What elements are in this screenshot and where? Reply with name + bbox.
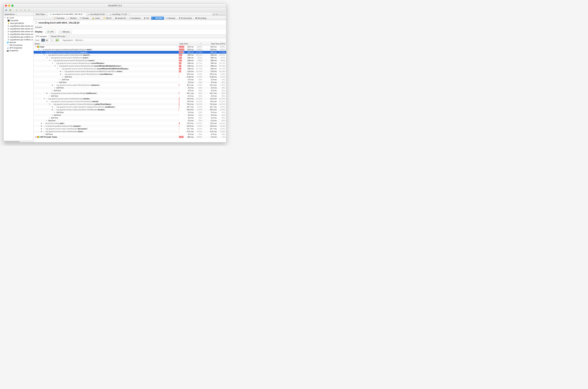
expand-arrow-icon[interactable]: ▼ <box>46 100 48 102</box>
expand-arrow-icon[interactable]: ▼ <box>40 51 42 53</box>
expand-arrow-icon[interactable]: ▶ <box>40 123 42 124</box>
editor-tab[interactable]: 📊recording-8.6.0-with-MAX_VALUE.jfr× <box>48 12 86 16</box>
tree-row[interactable]: ▼main524 ms(100%)524 ms(100%) <box>34 45 226 48</box>
section-socket io[interactable]: 🔌Socket IO <box>113 17 127 20</box>
tree-row[interactable]: ◷Self time0.0 ms(0%)0.0 ms(0%) <box>34 81 226 84</box>
col-total-time-cpu[interactable]: Total Time (CPU) <box>202 42 226 45</box>
tab-maximize[interactable]: ⛶ <box>222 13 226 16</box>
expand-arrow-icon[interactable]: ▶ <box>35 136 37 138</box>
tree-row[interactable]: ▶⟐org.apache.lucene.codecs.blocktree.Seg… <box>34 105 226 108</box>
editor-tab[interactable]: 📊recording-7.3.1.jfr× <box>108 12 130 16</box>
section-environment[interactable]: 🖥Environment <box>177 17 193 20</box>
sidebar-app-item[interactable]: ☕org.jetbrains.idea.maven.se <box>3 33 34 35</box>
expand-arrow-icon[interactable]: ▼ <box>46 57 48 59</box>
section-locks[interactable]: 🔒Locks <box>91 17 101 20</box>
expand-arrow-icon[interactable]: ▼ <box>43 98 45 99</box>
tree-row[interactable]: ◷Self time0.0 ms(0%)0.0 ms(0%) <box>34 78 226 81</box>
tree-row[interactable]: ◷Self time6.40 ms(1.2%)6.40 ms(1.2%) <box>34 75 226 78</box>
expand-arrow-icon[interactable]: ▶ <box>51 109 53 110</box>
tab-nav-dropdown[interactable]: ▾ <box>219 13 222 16</box>
tree-row[interactable]: ▶JFR Periodic Tasks465 ms(100%)0.0 ms(-%… <box>34 136 226 138</box>
tree-row[interactable]: ◷Self time0.0 ms(0%)0.0 ms(0%) <box>34 133 226 136</box>
section-recording[interactable]: ⏺Recording <box>194 17 208 20</box>
expand-arrow-icon[interactable]: ▶ <box>46 92 48 94</box>
display-cpu-button[interactable]: ◉CPU <box>45 30 56 33</box>
view-filter-button[interactable]: ▤ ▾ <box>56 39 59 41</box>
tree-row[interactable]: ◷Self time0.0 ms(0%)0.0 ms(0%) <box>34 86 226 89</box>
expand-arrow-icon[interactable]: ▶ <box>60 73 62 75</box>
expand-arrow-icon[interactable]: ▶ <box>40 128 42 130</box>
tree-row[interactable]: ▼⟐org.apache.lucene.search.BooleanScorer… <box>34 67 226 70</box>
section-sampler[interactable]: 👤Sampler <box>151 17 164 20</box>
expand-arrow-icon[interactable]: ▼ <box>35 46 37 48</box>
close-icon[interactable]: × <box>16 13 17 15</box>
tree-row[interactable]: ▶⟐org.apache.lucene.index.IndexReader.cl… <box>34 130 226 133</box>
sidebar-app-item[interactable]: ☕org.jetbrains.idea.maven.se <box>3 27 34 30</box>
tree-row[interactable]: ▶⟐org.apache.lucene.index.IndexReader.do… <box>34 127 226 130</box>
sidebar-app-item[interactable]: ☕org.jetbrains.idea.maven.se <box>3 25 34 27</box>
expand-arrow-icon[interactable]: ▼ <box>49 60 51 61</box>
expand-arrow-icon[interactable]: ▶ <box>60 70 62 72</box>
expand-arrow-icon[interactable]: ▼ <box>38 49 40 50</box>
tree-row[interactable]: ◷Self time0.0 ms(0%)0.0 ms(0%) <box>34 119 226 122</box>
section-gc[interactable]: 🗑GC <box>142 17 151 20</box>
tab-nav-right[interactable]: ▶ <box>216 13 219 16</box>
tree-row[interactable]: ▼⟐org.apache.lucene.search.IndexSearcher… <box>34 97 226 100</box>
tab-thread-cpu-load[interactable]: Thread CPU load <box>49 34 67 38</box>
expand-arrow-icon[interactable]: ▶ <box>51 84 53 86</box>
section-threads[interactable]: ≡Threads <box>79 17 90 20</box>
tree-row[interactable]: ▶⟐org.apache.lucene.search.BooleanScorer… <box>34 70 226 73</box>
tree-row[interactable]: ◷Self time0.0 ms(0%)0.0 ms(0%) <box>34 95 226 97</box>
tree-row[interactable]: ◷Self time0.0 ms(0%)0.0 ms(0%) <box>34 116 226 119</box>
expand-arrow-icon[interactable]: ▼ <box>49 103 51 105</box>
tree-row[interactable]: ◷Self time0.0 ms(0%)0.0 ms(0%) <box>34 111 226 114</box>
section-browser[interactable]: 🔍Browser <box>164 17 177 20</box>
sidebar-scrollbar[interactable] <box>3 140 34 142</box>
display-memory-button[interactable]: ▭Memory <box>58 30 72 33</box>
call-tree[interactable]: ▼main524 ms(100%)524 ms(100%)▼⟐io.anseri… <box>34 45 226 142</box>
col-name[interactable]: Name <box>34 42 178 45</box>
toolbar-icon[interactable]: ⎙ <box>19 8 22 12</box>
tree-row[interactable]: ▼⟐org.apache.lucene.search.BooleanScorer… <box>34 65 226 67</box>
close-icon[interactable]: × <box>105 13 106 15</box>
tree-row[interactable]: ▼⟐org.apache.lucene.search.BooleanScorer… <box>34 59 226 62</box>
section-overview[interactable]: 📋Overview <box>52 17 66 20</box>
expand-arrow-icon[interactable]: ▶ <box>40 131 42 132</box>
editor-tab[interactable]: 📊recording-8.6.0.jfr× <box>86 12 108 16</box>
tree-row[interactable]: ▶⟐io.anserini.analysis.AnalyzerUtils.ana… <box>34 125 226 127</box>
tree-row[interactable]: ◷Self time0.0 ms(0%)0.0 ms(0%) <box>34 114 226 116</box>
sidebar-app-item[interactable]: ⬛VisualVM <box>3 19 34 22</box>
view-flat-button[interactable]: ▦ <box>45 39 49 41</box>
toolbar-icon[interactable]: ▦ <box>9 8 12 12</box>
expand-arrow-icon[interactable]: ▶ <box>51 106 53 108</box>
tree-row[interactable]: ▶⟐org.apache.lucene.codecs.blocktree.Fie… <box>34 108 226 111</box>
tree-row[interactable]: ▼⟐org.apache.lucene.search.BooleanScorer… <box>34 62 226 65</box>
tree-row[interactable]: ▼⟐org.apache.lucene.queries.CommonTermsQ… <box>34 103 226 105</box>
close-icon[interactable]: × <box>83 13 84 15</box>
tab-nav-left[interactable]: ◀ <box>212 13 215 16</box>
editor-tab[interactable]: Start Page× <box>34 12 48 16</box>
expand-arrow-icon[interactable]: ▼ <box>43 54 45 56</box>
tree-row[interactable]: ▼⟐org.apache.lucene.queries.CommonTermsQ… <box>34 100 226 103</box>
sidebar-app-item[interactable]: 💡Idea (pid 64014) <box>3 22 34 25</box>
expand-arrow-icon[interactable]: ▶ <box>40 125 42 127</box>
toolbar-icon[interactable]: ⎙ <box>15 8 18 12</box>
applications-tree[interactable]: ▼🖥Local ⬛VisualVM💡Idea (pid 64014)☕org.j… <box>3 16 34 140</box>
expand-arrow-icon[interactable]: ▼ <box>57 68 59 69</box>
col-total-time[interactable]: Total Time▼ <box>178 42 202 45</box>
section-exceptions[interactable]: ⚠Exceptions <box>128 17 142 20</box>
tree-row[interactable]: ▼⟐org.apache.lucene.search.IndexSearcher… <box>34 54 226 56</box>
close-icon[interactable]: × <box>128 13 129 15</box>
expand-arrow-icon[interactable]: ▼ <box>54 65 56 67</box>
tree-row[interactable]: ▼⟐io.anserini.ann.ApproximateNearestNeig… <box>34 48 226 51</box>
sidebar-app-item[interactable]: ☕org.jetbrains.jps.cmdline.La <box>3 38 34 41</box>
tree-row[interactable]: ▼⟐org.apache.lucene.search.BulkScorer.sc… <box>34 56 226 59</box>
tree-row[interactable]: ▶⟐org.apache.lucene.search.BooleanScorer… <box>34 73 226 75</box>
tree-row[interactable]: ◷Self time0.0 ms(0%)0.0 ms(0%) <box>34 89 226 92</box>
tree-row[interactable]: ▶⟐jdk.jfr.Recording.start ()75.8 ms(14.5… <box>34 122 226 125</box>
expand-arrow-icon[interactable]: ▼ <box>51 62 53 64</box>
tab-cpu-samples[interactable]: CPU samples <box>34 34 49 38</box>
aggregation-dropdown[interactable]: Methods ▾ <box>75 39 84 41</box>
sidebar-tab-applications[interactable]: Applications× <box>3 12 34 16</box>
toolbar-icon[interactable]: ⎙ <box>28 8 31 12</box>
